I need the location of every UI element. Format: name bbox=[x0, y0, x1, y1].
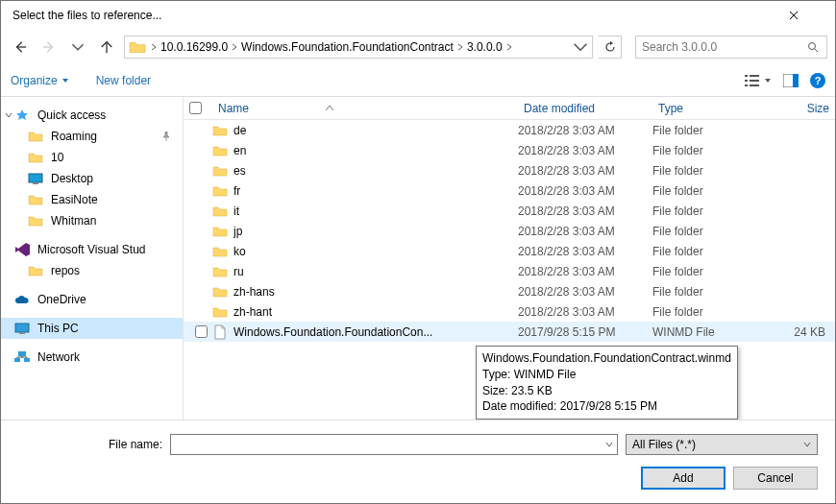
svg-rect-8 bbox=[793, 74, 799, 87]
up-button[interactable] bbox=[95, 36, 118, 59]
file-type: File folder bbox=[652, 265, 758, 278]
close-button[interactable] bbox=[789, 11, 827, 20]
file-row[interactable]: ru2018/2/28 3:03 AMFile folder bbox=[184, 261, 835, 281]
file-type: File folder bbox=[652, 144, 758, 157]
chevron-right-icon bbox=[231, 43, 238, 51]
filetype-filter[interactable]: All Files (*.*) bbox=[626, 434, 818, 455]
breadcrumb-segment[interactable]: Windows.Foundation.FoundationContract bbox=[238, 40, 464, 54]
file-row[interactable]: jp2018/2/28 3:03 AMFile folder bbox=[184, 221, 835, 241]
file-date: 2018/2/28 3:03 AM bbox=[518, 245, 652, 258]
file-type: File folder bbox=[652, 184, 758, 198]
search-box[interactable] bbox=[635, 36, 827, 59]
desktop-icon bbox=[28, 171, 43, 186]
file-type: File folder bbox=[652, 305, 758, 319]
file-date: 2018/2/28 3:03 AM bbox=[518, 124, 652, 137]
filename-combo[interactable] bbox=[170, 434, 618, 455]
address-dropdown[interactable] bbox=[573, 39, 588, 55]
file-date: 2018/2/28 3:03 AM bbox=[518, 285, 652, 299]
file-name-cell: jp bbox=[212, 224, 518, 239]
nav-visual-studio[interactable]: Microsoft Visual Stud bbox=[1, 239, 183, 260]
breadcrumb-segment[interactable]: 3.0.0.0 bbox=[464, 40, 513, 54]
help-button[interactable]: ? bbox=[810, 73, 825, 88]
svg-rect-15 bbox=[24, 358, 30, 362]
search-input[interactable] bbox=[642, 40, 807, 54]
nav-repos[interactable]: repos bbox=[1, 260, 183, 281]
file-date: 2018/2/28 3:03 AM bbox=[518, 184, 652, 198]
nav-onedrive[interactable]: OneDrive bbox=[1, 289, 183, 310]
forward-button[interactable] bbox=[37, 36, 61, 59]
file-type: File folder bbox=[652, 164, 758, 178]
file-row[interactable]: fr2018/2/28 3:03 AMFile folder bbox=[184, 180, 835, 201]
file-row[interactable]: it2018/2/28 3:03 AMFile folder bbox=[184, 201, 835, 221]
new-folder-button[interactable]: New folder bbox=[96, 74, 151, 87]
view-options-button[interactable] bbox=[745, 74, 772, 87]
preview-pane-button[interactable] bbox=[783, 74, 799, 87]
sort-asc-icon bbox=[326, 106, 333, 110]
add-button[interactable]: Add bbox=[641, 467, 725, 490]
chevron-right-icon bbox=[150, 43, 158, 51]
nav-whitman[interactable]: Whitman bbox=[1, 210, 183, 231]
nav-10[interactable]: 10 bbox=[1, 147, 183, 168]
select-all-checkbox[interactable] bbox=[189, 102, 212, 114]
chevron-down-icon bbox=[573, 39, 588, 55]
file-row[interactable]: ko2018/2/28 3:03 AMFile folder bbox=[184, 241, 835, 261]
folder-icon bbox=[28, 213, 43, 228]
folder-icon bbox=[129, 38, 146, 56]
nav-this-pc[interactable]: This PC bbox=[1, 318, 183, 339]
column-type[interactable]: Type bbox=[652, 102, 758, 115]
column-name[interactable]: Name bbox=[212, 102, 518, 115]
file-type: WINMD File bbox=[652, 325, 758, 339]
nav-easinote[interactable]: EasiNote bbox=[1, 189, 183, 210]
recent-locations-button[interactable] bbox=[66, 36, 89, 59]
nav-label: Desktop bbox=[51, 172, 93, 185]
cancel-button[interactable]: Cancel bbox=[733, 467, 818, 490]
nav-label: 10 bbox=[51, 151, 63, 164]
search-icon[interactable] bbox=[807, 41, 821, 53]
file-name: jp bbox=[234, 225, 242, 238]
refresh-button[interactable] bbox=[599, 36, 622, 59]
folder-icon bbox=[212, 224, 228, 239]
file-row[interactable]: en2018/2/28 3:03 AMFile folder bbox=[184, 140, 835, 160]
file-row[interactable]: zh-hans2018/2/28 3:03 AMFile folder bbox=[184, 281, 835, 301]
folder-icon bbox=[212, 284, 228, 300]
breadcrumb-segment[interactable]: 10.0.16299.0 bbox=[158, 40, 238, 54]
chevron-down-icon bbox=[61, 77, 69, 84]
svg-rect-2 bbox=[750, 75, 759, 77]
file-row[interactable]: zh-hant2018/2/28 3:03 AMFile folder bbox=[184, 301, 835, 322]
file-row[interactable]: es2018/2/28 3:03 AMFile folder bbox=[184, 160, 835, 180]
nav-network[interactable]: Network bbox=[1, 347, 183, 368]
window-title: Select the files to reference... bbox=[9, 9, 161, 22]
file-date: 2018/2/28 3:03 AM bbox=[518, 164, 652, 178]
toolbar: Organize New folder ? bbox=[1, 64, 835, 97]
file-date: 2017/9/28 5:15 PM bbox=[518, 325, 652, 339]
folder-icon bbox=[212, 244, 228, 259]
view-details-icon bbox=[745, 74, 762, 87]
nav-desktop[interactable]: Desktop bbox=[1, 168, 183, 189]
file-row[interactable]: Windows.Foundation.FoundationCon...2017/… bbox=[184, 322, 835, 342]
cloud-icon bbox=[14, 292, 30, 307]
nav-quick-access[interactable]: Quick access bbox=[1, 105, 183, 126]
svg-rect-9 bbox=[29, 174, 42, 182]
file-name: en bbox=[234, 144, 246, 157]
nav-label: OneDrive bbox=[37, 293, 86, 306]
file-name: ru bbox=[234, 265, 244, 278]
back-button[interactable] bbox=[9, 36, 32, 59]
column-size[interactable]: Size bbox=[758, 102, 835, 115]
folder-icon bbox=[28, 129, 43, 144]
vs-icon bbox=[14, 242, 30, 257]
organize-button[interactable]: Organize bbox=[11, 74, 69, 87]
file-date: 2018/2/28 3:03 AM bbox=[518, 144, 652, 157]
file-date: 2018/2/28 3:03 AM bbox=[518, 305, 652, 319]
filter-label: All Files (*.*) bbox=[632, 438, 696, 451]
star-icon bbox=[14, 108, 30, 123]
row-checkbox[interactable] bbox=[189, 325, 212, 338]
address-bar[interactable]: 10.0.16299.0 Windows.Foundation.Foundati… bbox=[124, 36, 593, 59]
file-name: es bbox=[234, 164, 246, 178]
tooltip-size: Size: 23.5 KB bbox=[482, 383, 731, 399]
file-row[interactable]: de2018/2/28 3:03 AMFile folder bbox=[184, 120, 835, 140]
file-list: Name Date modified Type Size de2018/2/28… bbox=[184, 97, 835, 420]
breadcrumb-root[interactable] bbox=[150, 43, 158, 51]
nav-roaming[interactable]: Roaming bbox=[1, 126, 183, 147]
folder-icon bbox=[212, 264, 228, 279]
column-date[interactable]: Date modified bbox=[518, 102, 652, 115]
